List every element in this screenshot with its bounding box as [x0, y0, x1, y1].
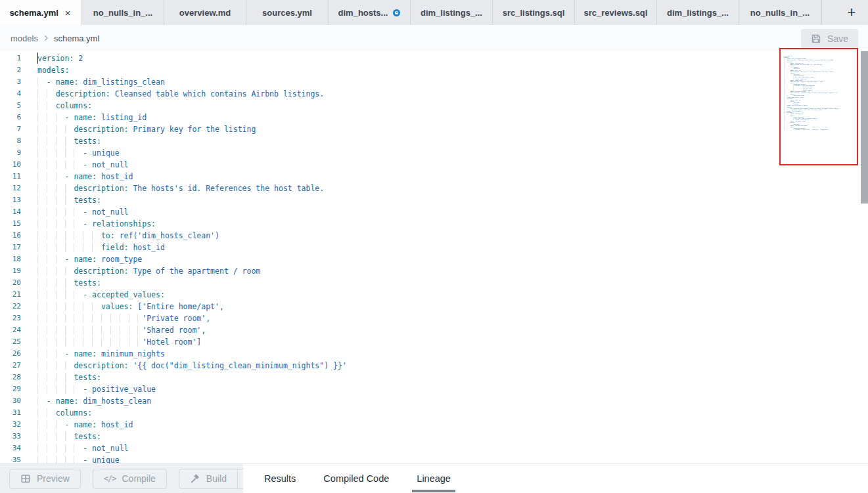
- code-text: description: '{{ doc("dim_listing_clean_…: [37, 360, 347, 372]
- vertical-scrollbar[interactable]: [861, 51, 868, 204]
- tab-overview-md[interactable]: overview.md: [164, 0, 246, 25]
- code-line[interactable]: 30 - name: dim_hosts_clean: [0, 395, 868, 407]
- tab-dim-hosts[interactable]: dim_hosts...: [329, 0, 411, 25]
- tab-sources-yml[interactable]: sources.yml: [246, 0, 329, 25]
- line-number: 33: [0, 431, 21, 442]
- code-editor[interactable]: 1version: 22models:3 - name: dim_listing…: [0, 51, 868, 463]
- code-line[interactable]: 25 'Hotel room']: [0, 336, 868, 348]
- line-number: 29: [0, 383, 21, 395]
- breadcrumb-file[interactable]: schema.yml: [54, 33, 99, 43]
- code-text: - positive_value: [37, 383, 156, 395]
- code-line[interactable]: 16 to: ref('dim_hosts_clean'): [0, 230, 868, 242]
- line-number: 26: [0, 348, 21, 360]
- code-line[interactable]: 26 - name: minimum_nights: [0, 348, 868, 360]
- code-text: to: ref('dim_hosts_clean'): [37, 230, 219, 242]
- code-text: tests:: [37, 372, 101, 383]
- minimap[interactable]: version: 2models: - name: dim_listings_c…: [781, 49, 857, 164]
- breadcrumb-models[interactable]: models: [11, 33, 38, 43]
- code-text: - unique: [37, 454, 120, 463]
- line-number: 25: [0, 336, 21, 348]
- code-line[interactable]: 29 - positive_value: [0, 383, 868, 395]
- compile-label: Compile: [122, 473, 155, 484]
- code-line[interactable]: 19 description: Type of the apartment / …: [0, 265, 868, 277]
- code-text: version: 2: [37, 53, 83, 64]
- line-number: 16: [0, 230, 21, 242]
- bottom-bar: Preview </> Compile Build: [0, 463, 868, 493]
- tab-dim-listings[interactable]: dim_listings_...: [657, 0, 739, 25]
- code-line[interactable]: 23 'Private room',: [0, 312, 868, 324]
- hammer-icon: [190, 473, 200, 484]
- breadcrumb-row: models schema.yml Save: [0, 25, 868, 51]
- line-number: 28: [0, 372, 21, 383]
- new-tab-button[interactable]: +: [836, 0, 867, 25]
- preview-button[interactable]: Preview: [9, 469, 81, 489]
- line-number: 22: [0, 301, 21, 312]
- code-text: description: The hosts's id. References …: [37, 182, 324, 194]
- code-line[interactable]: 6 - name: listing_id: [0, 112, 868, 123]
- code-line[interactable]: 14 - not_null: [0, 206, 868, 218]
- tab-label: dim_listings_...: [667, 8, 729, 18]
- code-line[interactable]: 9 - unique: [0, 147, 868, 159]
- code-line[interactable]: 11 - name: host_id: [0, 171, 868, 182]
- code-line[interactable]: 8 tests:: [0, 135, 868, 147]
- code-line[interactable]: 7 description: Primary key for the listi…: [0, 123, 868, 135]
- code-text: - not_null: [37, 206, 129, 218]
- code-line[interactable]: 4 description: Cleansed table which cont…: [0, 88, 868, 100]
- code-line[interactable]: 17 field: host_id: [0, 242, 868, 253]
- code-line[interactable]: 33 tests:: [0, 431, 868, 442]
- code-text: 'Shared room',: [37, 324, 206, 336]
- code-line[interactable]: 18 - name: room_type: [0, 253, 868, 265]
- code-line[interactable]: 3 - name: dim_listings_clean: [0, 76, 868, 88]
- chevron-right-icon: [42, 34, 50, 42]
- code-line[interactable]: 24 'Shared room',: [0, 324, 868, 336]
- code-line[interactable]: 10 - not_null: [0, 159, 868, 171]
- line-number: 12: [0, 182, 21, 194]
- tab-no-nulls-in[interactable]: no_nulls_in_...: [82, 0, 164, 25]
- code-line[interactable]: 35 - unique: [0, 454, 868, 463]
- tab-label: src_reviews.sql: [584, 8, 648, 18]
- line-number: 9: [0, 147, 21, 159]
- tab-results[interactable]: Results: [263, 464, 297, 493]
- code-line[interactable]: 1version: 2: [0, 53, 868, 64]
- line-number: 10: [0, 159, 21, 171]
- line-number: 7: [0, 123, 21, 135]
- code-line[interactable]: 21 - accepted_values:: [0, 289, 868, 301]
- open-file-tabs: schema.yml×no_nulls_in_...overview.mdsou…: [0, 0, 821, 25]
- line-number: 1: [0, 53, 21, 64]
- line-number: 24: [0, 324, 21, 336]
- code-line[interactable]: 2models:: [0, 64, 868, 76]
- tab-src-listings-sql[interactable]: src_listings.sql: [493, 0, 575, 25]
- tab-lineage[interactable]: Lineage: [415, 464, 452, 493]
- code-text: - accepted_values:: [37, 289, 165, 301]
- line-number: 30: [0, 395, 21, 407]
- code-line[interactable]: 34 - not_null: [0, 442, 868, 454]
- line-number: 34: [0, 442, 21, 454]
- code-line[interactable]: 15 - relationships:: [0, 218, 868, 230]
- line-number: 19: [0, 265, 21, 277]
- code-line[interactable]: 27 description: '{{ doc("dim_listing_cle…: [0, 360, 868, 372]
- code-line[interactable]: 28 tests:: [0, 372, 868, 383]
- tab-label: dim_hosts...: [338, 8, 388, 18]
- code-line[interactable]: 31 columns:: [0, 407, 868, 419]
- tab-no-nulls-in[interactable]: no_nulls_in_...: [739, 0, 821, 25]
- code-line[interactable]: 32 - name: host_id: [0, 419, 868, 431]
- code-line[interactable]: 5 columns:: [0, 100, 868, 112]
- compile-button[interactable]: </> Compile: [93, 469, 167, 489]
- line-number: 21: [0, 289, 21, 301]
- code-line[interactable]: 12 description: The hosts's id. Referenc…: [0, 182, 868, 194]
- build-button[interactable]: Build: [179, 469, 238, 489]
- tab-compiled-code[interactable]: Compiled Code: [322, 464, 390, 493]
- code-text: tests:: [37, 277, 101, 289]
- tab-schema-yml[interactable]: schema.yml×: [0, 0, 82, 25]
- code-text: - not_null: [37, 159, 129, 171]
- tab-src-reviews-sql[interactable]: src_reviews.sql: [575, 0, 657, 25]
- code-line[interactable]: 22 values: ['Entire home/apt',: [0, 301, 868, 312]
- code-text: - name: room_type: [37, 253, 142, 265]
- save-button[interactable]: Save: [801, 29, 858, 48]
- code-line[interactable]: 20 tests:: [0, 277, 868, 289]
- code-text: - name: dim_listings_clean: [37, 76, 165, 88]
- close-icon[interactable]: ×: [64, 8, 72, 18]
- tab-dim-listings[interactable]: dim_listings_...: [411, 0, 493, 25]
- code-text: 'Hotel room']: [37, 336, 201, 348]
- code-line[interactable]: 13 tests:: [0, 194, 868, 206]
